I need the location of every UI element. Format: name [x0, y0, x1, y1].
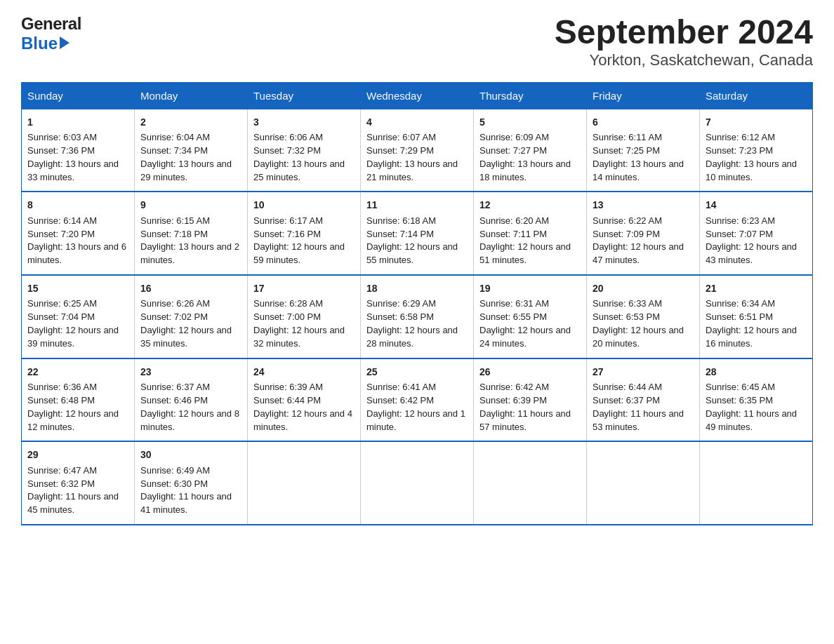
day-number: 26	[479, 365, 581, 379]
day-number: 15	[27, 281, 128, 295]
day-info: Sunrise: 6:45 AMSunset: 6:35 PMDaylight:…	[706, 381, 807, 434]
calendar-table: SundayMondayTuesdayWednesdayThursdayFrid…	[21, 82, 813, 525]
calendar-title: September 2024	[555, 14, 813, 51]
calendar-header-row: SundayMondayTuesdayWednesdayThursdayFrid…	[22, 82, 813, 109]
calendar-cell: 6Sunrise: 6:11 AMSunset: 7:25 PMDaylight…	[587, 109, 700, 192]
day-number: 17	[253, 281, 355, 295]
calendar-week-row: 22Sunrise: 6:36 AMSunset: 6:48 PMDayligh…	[22, 358, 813, 442]
day-info: Sunrise: 6:33 AMSunset: 6:53 PMDaylight:…	[593, 297, 694, 350]
calendar-cell: 2Sunrise: 6:04 AMSunset: 7:34 PMDaylight…	[135, 109, 248, 192]
day-info: Sunrise: 6:26 AMSunset: 7:02 PMDaylight:…	[140, 297, 241, 350]
calendar-cell: 5Sunrise: 6:09 AMSunset: 7:27 PMDaylight…	[474, 109, 587, 192]
day-info: Sunrise: 6:41 AMSunset: 6:42 PMDaylight:…	[366, 381, 468, 434]
calendar-cell: 25Sunrise: 6:41 AMSunset: 6:42 PMDayligh…	[361, 358, 474, 442]
day-number: 5	[479, 115, 581, 129]
column-header-monday: Monday	[135, 82, 248, 109]
title-block: September 2024 Yorkton, Saskatchewan, Ca…	[555, 14, 813, 69]
calendar-cell: 12Sunrise: 6:20 AMSunset: 7:11 PMDayligh…	[474, 192, 587, 275]
day-number: 23	[140, 365, 241, 379]
day-number: 19	[479, 281, 581, 295]
column-header-wednesday: Wednesday	[361, 82, 474, 109]
day-number: 30	[140, 448, 241, 462]
day-info: Sunrise: 6:25 AMSunset: 7:04 PMDaylight:…	[27, 297, 128, 350]
calendar-week-row: 15Sunrise: 6:25 AMSunset: 7:04 PMDayligh…	[22, 275, 813, 358]
day-info: Sunrise: 6:36 AMSunset: 6:48 PMDaylight:…	[27, 381, 128, 434]
day-info: Sunrise: 6:03 AMSunset: 7:36 PMDaylight:…	[27, 131, 128, 184]
day-number: 9	[140, 198, 241, 212]
day-info: Sunrise: 6:04 AMSunset: 7:34 PMDaylight:…	[140, 131, 241, 184]
day-number: 3	[253, 115, 355, 129]
calendar-cell: 24Sunrise: 6:39 AMSunset: 6:44 PMDayligh…	[248, 358, 361, 442]
day-number: 7	[706, 115, 807, 129]
calendar-cell: 13Sunrise: 6:22 AMSunset: 7:09 PMDayligh…	[587, 192, 700, 275]
calendar-cell	[248, 441, 361, 525]
calendar-cell: 26Sunrise: 6:42 AMSunset: 6:39 PMDayligh…	[474, 358, 587, 442]
column-header-sunday: Sunday	[22, 82, 135, 109]
day-number: 21	[706, 281, 807, 295]
logo-general-text: General	[21, 14, 81, 34]
day-number: 16	[140, 281, 241, 295]
calendar-cell: 15Sunrise: 6:25 AMSunset: 7:04 PMDayligh…	[22, 275, 135, 358]
day-number: 11	[366, 198, 468, 212]
day-info: Sunrise: 6:12 AMSunset: 7:23 PMDaylight:…	[706, 131, 807, 184]
day-info: Sunrise: 6:49 AMSunset: 6:30 PMDaylight:…	[140, 464, 241, 517]
calendar-cell: 28Sunrise: 6:45 AMSunset: 6:35 PMDayligh…	[700, 358, 813, 442]
calendar-week-row: 1Sunrise: 6:03 AMSunset: 7:36 PMDaylight…	[22, 109, 813, 192]
day-number: 10	[253, 198, 355, 212]
day-number: 12	[479, 198, 581, 212]
day-number: 6	[593, 115, 694, 129]
day-number: 20	[593, 281, 694, 295]
day-info: Sunrise: 6:44 AMSunset: 6:37 PMDaylight:…	[593, 381, 694, 434]
day-info: Sunrise: 6:07 AMSunset: 7:29 PMDaylight:…	[366, 131, 468, 184]
calendar-cell	[587, 441, 700, 525]
day-number: 22	[27, 365, 128, 379]
calendar-cell: 10Sunrise: 6:17 AMSunset: 7:16 PMDayligh…	[248, 192, 361, 275]
day-number: 24	[253, 365, 355, 379]
day-info: Sunrise: 6:37 AMSunset: 6:46 PMDaylight:…	[140, 381, 241, 434]
calendar-cell: 14Sunrise: 6:23 AMSunset: 7:07 PMDayligh…	[700, 192, 813, 275]
day-number: 2	[140, 115, 241, 129]
calendar-cell: 27Sunrise: 6:44 AMSunset: 6:37 PMDayligh…	[587, 358, 700, 442]
day-info: Sunrise: 6:28 AMSunset: 7:00 PMDaylight:…	[253, 297, 355, 350]
calendar-cell	[361, 441, 474, 525]
calendar-cell: 17Sunrise: 6:28 AMSunset: 7:00 PMDayligh…	[248, 275, 361, 358]
calendar-cell: 19Sunrise: 6:31 AMSunset: 6:55 PMDayligh…	[474, 275, 587, 358]
day-info: Sunrise: 6:22 AMSunset: 7:09 PMDaylight:…	[593, 215, 694, 267]
day-number: 4	[366, 115, 468, 129]
day-number: 28	[706, 365, 807, 379]
calendar-cell: 29Sunrise: 6:47 AMSunset: 6:32 PMDayligh…	[22, 441, 135, 525]
column-header-thursday: Thursday	[474, 82, 587, 109]
calendar-cell: 11Sunrise: 6:18 AMSunset: 7:14 PMDayligh…	[361, 192, 474, 275]
day-info: Sunrise: 6:18 AMSunset: 7:14 PMDaylight:…	[366, 215, 468, 267]
day-number: 1	[27, 115, 128, 129]
day-info: Sunrise: 6:15 AMSunset: 7:18 PMDaylight:…	[140, 215, 241, 267]
calendar-cell: 21Sunrise: 6:34 AMSunset: 6:51 PMDayligh…	[700, 275, 813, 358]
calendar-cell: 18Sunrise: 6:29 AMSunset: 6:58 PMDayligh…	[361, 275, 474, 358]
day-info: Sunrise: 6:39 AMSunset: 6:44 PMDaylight:…	[253, 381, 355, 434]
day-info: Sunrise: 6:23 AMSunset: 7:07 PMDaylight:…	[706, 215, 807, 267]
day-info: Sunrise: 6:20 AMSunset: 7:11 PMDaylight:…	[479, 215, 581, 267]
calendar-cell: 30Sunrise: 6:49 AMSunset: 6:30 PMDayligh…	[135, 441, 248, 525]
day-number: 18	[366, 281, 468, 295]
calendar-subtitle: Yorkton, Saskatchewan, Canada	[555, 51, 813, 69]
logo-blue-text: Blue	[21, 34, 58, 53]
calendar-week-row: 8Sunrise: 6:14 AMSunset: 7:20 PMDaylight…	[22, 192, 813, 275]
day-number: 14	[706, 198, 807, 212]
calendar-cell: 9Sunrise: 6:15 AMSunset: 7:18 PMDaylight…	[135, 192, 248, 275]
calendar-cell: 3Sunrise: 6:06 AMSunset: 7:32 PMDaylight…	[248, 109, 361, 192]
day-info: Sunrise: 6:17 AMSunset: 7:16 PMDaylight:…	[253, 215, 355, 267]
calendar-cell	[474, 441, 587, 525]
day-number: 29	[27, 448, 128, 462]
calendar-cell: 7Sunrise: 6:12 AMSunset: 7:23 PMDaylight…	[700, 109, 813, 192]
day-info: Sunrise: 6:34 AMSunset: 6:51 PMDaylight:…	[706, 297, 807, 350]
column-header-friday: Friday	[587, 82, 700, 109]
day-info: Sunrise: 6:14 AMSunset: 7:20 PMDaylight:…	[27, 215, 128, 267]
logo-triangle-icon	[60, 36, 70, 49]
day-info: Sunrise: 6:11 AMSunset: 7:25 PMDaylight:…	[593, 131, 694, 184]
day-number: 8	[27, 198, 128, 212]
logo: General Blue	[21, 14, 81, 53]
day-info: Sunrise: 6:06 AMSunset: 7:32 PMDaylight:…	[253, 131, 355, 184]
calendar-cell: 1Sunrise: 6:03 AMSunset: 7:36 PMDaylight…	[22, 109, 135, 192]
calendar-cell: 8Sunrise: 6:14 AMSunset: 7:20 PMDaylight…	[22, 192, 135, 275]
calendar-week-row: 29Sunrise: 6:47 AMSunset: 6:32 PMDayligh…	[22, 441, 813, 525]
